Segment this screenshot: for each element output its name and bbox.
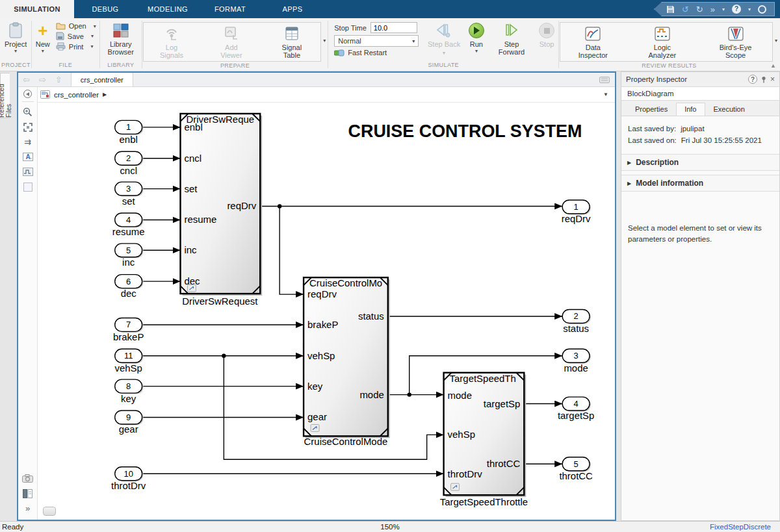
inport-10[interactable]: 10 throtDrv [111, 467, 146, 491]
inport-9[interactable]: 9 gear [115, 411, 144, 435]
birds-eye-scope-button[interactable]: Bird's-Eye Scope [705, 24, 766, 60]
outport-1[interactable]: 1 reqDrv [562, 200, 591, 224]
status-bar: Ready 150% FixedStepDiscrete [0, 521, 780, 532]
tab-apps[interactable]: APPS [261, 0, 324, 18]
inport-7[interactable]: 7 brakeP [113, 318, 144, 342]
sample-time-icon[interactable] [21, 165, 35, 179]
inport-2[interactable]: 2 cncl [115, 151, 144, 175]
screenshot-icon[interactable] [21, 472, 35, 485]
svg-text:8: 8 [126, 381, 131, 391]
svg-text:gear: gear [307, 411, 327, 422]
zoom-icon[interactable] [21, 105, 35, 119]
add-viewer-button[interactable]: Add Viewer [210, 24, 252, 60]
tab-simulation[interactable]: SIMULATION [0, 0, 74, 18]
inport-8[interactable]: 8 key [115, 379, 144, 403]
block-driverswrequest[interactable]: DriverSwReque enbl cncl set resume inc d… [181, 114, 263, 307]
breadcrumb-dropdown-icon[interactable]: ▼ [603, 92, 608, 97]
svg-text:2: 2 [574, 311, 578, 321]
expand-caret-icon: ▶ [627, 181, 631, 186]
svg-text:dec: dec [121, 288, 137, 299]
nav-up-icon[interactable]: ⇧ [51, 73, 67, 86]
expand-palette-icon[interactable]: » [21, 501, 35, 515]
inspected-object: BlockDiagram [621, 86, 779, 101]
redo-icon[interactable]: ↻ [696, 5, 703, 14]
account-icon[interactable] [758, 5, 766, 14]
help-icon[interactable]: ? [732, 5, 741, 14]
undo-icon[interactable]: ↺ [682, 5, 689, 14]
inport-6[interactable]: 6 dec [115, 275, 144, 299]
canvas-corner-button[interactable] [43, 507, 56, 516]
tab-properties[interactable]: Properties [627, 103, 676, 116]
library-browser-button[interactable]: Library Browser [101, 21, 141, 57]
stop-button[interactable]: Stop [536, 21, 558, 49]
expand-caret-icon: ▶ [627, 160, 631, 166]
print-button[interactable]: Print▾ [56, 42, 96, 51]
viewmarks-icon[interactable] [21, 180, 35, 194]
keypad-icon[interactable] [599, 77, 610, 83]
diagram-title[interactable]: CRUISE CONTROL SYSTEM [348, 121, 582, 141]
referenced-files-tab[interactable]: Referenced Files [0, 73, 10, 118]
annotation-icon[interactable]: A [21, 150, 35, 164]
signal-table-button[interactable]: Signal Table [269, 24, 314, 60]
step-forward-button[interactable]: Step Forward [488, 21, 536, 57]
open-button[interactable]: Open▾ [56, 22, 96, 30]
status-solver[interactable]: FixedStepDiscrete [710, 523, 771, 531]
stop-time-input[interactable] [370, 22, 417, 33]
description-section[interactable]: ▶ Description [621, 154, 779, 171]
tab-execution[interactable]: Execution [705, 103, 753, 116]
model-browser-icon[interactable] [21, 487, 35, 500]
project-button[interactable]: Project ▾ [1, 21, 30, 55]
editor-palette: ⇉ A » [18, 87, 38, 520]
inport-3[interactable]: 3 set [115, 182, 144, 206]
outport-4[interactable]: 4 targetSp [558, 397, 594, 421]
inport-1[interactable]: 1 enbl [115, 120, 144, 144]
svg-text:reqDrv: reqDrv [562, 213, 591, 224]
outport-3[interactable]: 3 mode [562, 349, 591, 373]
hide-explorer-icon[interactable] [23, 90, 32, 98]
log-signals-button[interactable]: Log Signals [150, 24, 194, 60]
pin-icon[interactable] [761, 76, 766, 83]
svg-text:reqDrv: reqDrv [307, 288, 337, 299]
inport-5[interactable]: 5 inc [115, 244, 144, 268]
fit-to-view-icon[interactable] [21, 120, 35, 134]
collapse-ribbon-icon[interactable]: ▲ [770, 62, 776, 69]
logic-analyzer-button[interactable]: Logic Analyzer [636, 24, 689, 60]
data-inspector-button[interactable]: Data Inspector [567, 24, 619, 60]
library-browser-icon [113, 23, 129, 38]
save-button[interactable]: Save▾ [56, 32, 96, 40]
breadcrumb-item[interactable]: crs_controller [54, 91, 99, 99]
diagram-canvas[interactable]: CRUISE CONTROL SYSTEM [38, 103, 615, 520]
review-gallery-dropdown-icon[interactable]: ▾ [775, 38, 777, 44]
sim-mode-select[interactable]: Normal ▾ [334, 35, 419, 47]
tab-debug[interactable]: DEBUG [74, 0, 136, 18]
svg-text:6: 6 [126, 277, 131, 286]
step-back-button[interactable]: Step Back ▾ [422, 21, 465, 57]
run-button[interactable]: Run ▾ [465, 21, 488, 55]
outport-2[interactable]: 2 status [562, 310, 591, 334]
save-icon[interactable] [666, 5, 675, 14]
data-inspector-icon [584, 26, 601, 42]
inport-11[interactable]: 11 vehSp [114, 349, 143, 373]
panel-close-icon[interactable]: × [770, 75, 775, 84]
nav-forward-icon[interactable]: ⇨ [34, 73, 51, 86]
help-dropdown-icon[interactable]: ▾ [748, 6, 751, 12]
new-button[interactable]: + New ▾ [32, 21, 53, 55]
tab-format[interactable]: FORMAT [199, 0, 261, 18]
outport-5[interactable]: 5 throtCC [559, 457, 593, 481]
fast-restart-toggle[interactable]: Fast Restart [334, 49, 419, 57]
update-diagram-icon[interactable]: ⇉ [21, 135, 35, 149]
panel-help-icon[interactable]: ? [748, 75, 757, 84]
block-cruisecontrolmode[interactable]: CruiseControlMo reqDrv brakeP vehSp key … [304, 277, 390, 447]
capture-dropdown-icon[interactable]: ▾ [722, 6, 725, 12]
nav-back-icon[interactable]: ⇦ [18, 73, 34, 86]
svg-text:1: 1 [574, 202, 578, 212]
capture-icon[interactable]: » [710, 5, 715, 14]
inport-4[interactable]: 4 resume [112, 213, 145, 237]
breadcrumb-caret-icon[interactable]: ▶ [103, 92, 107, 97]
model-information-section[interactable]: ▶ Model information [621, 175, 779, 192]
tab-modeling[interactable]: MODELING [136, 0, 199, 18]
block-targetspeedthrottle[interactable]: TargetSpeedTh mode vehSp throtDrv target… [440, 373, 528, 507]
tab-info[interactable]: Info [676, 103, 705, 116]
document-tab-crs-controller[interactable]: crs_controller [71, 73, 133, 86]
prepare-gallery-dropdown-icon[interactable]: ▾ [323, 38, 326, 44]
